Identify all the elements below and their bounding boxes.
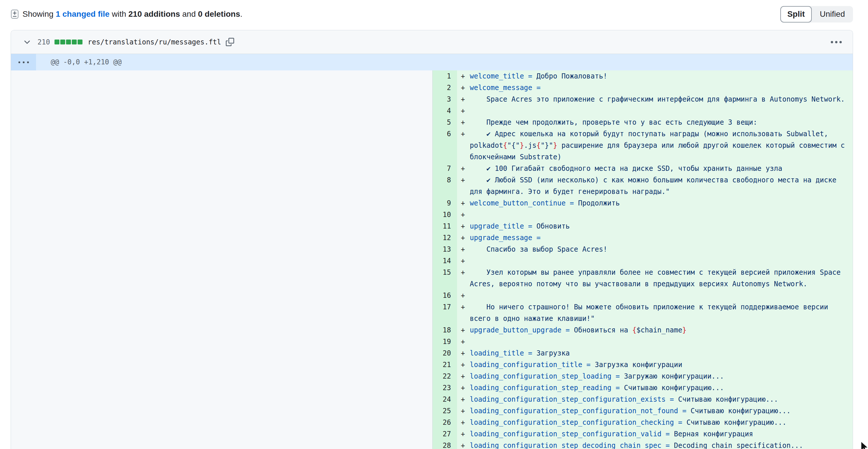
split-view-button[interactable]: Split bbox=[780, 6, 812, 23]
code-segment-str: "}" bbox=[541, 141, 553, 149]
code-segment-brace: } bbox=[682, 326, 686, 334]
code-line: loading_configuration_title = Загрузка к… bbox=[470, 359, 847, 370]
line-number[interactable]: 12 bbox=[433, 232, 457, 243]
copy-icon[interactable] bbox=[226, 38, 234, 46]
addition-marker: + bbox=[457, 359, 470, 370]
diff-line-row: 28+loading_configuration_step_decoding_c… bbox=[11, 440, 853, 449]
line-number[interactable]: 19 bbox=[433, 336, 457, 348]
expand-hunk-button[interactable] bbox=[11, 54, 36, 70]
line-number[interactable]: 11 bbox=[433, 220, 457, 232]
diff-line-row: 17+ Но ничего страшного! Вы можете обнов… bbox=[11, 301, 853, 324]
diff-line-row: 22+loading_configuration_step_loading = … bbox=[11, 370, 853, 382]
deletions-count: 0 deletions bbox=[198, 9, 240, 19]
code-line: Space Acres это приложение с графическим… bbox=[470, 93, 847, 105]
code-line: loading_configuration_step_configuration… bbox=[470, 428, 847, 440]
code-cell bbox=[470, 336, 853, 348]
code-line: welcome_message = bbox=[470, 82, 847, 93]
line-number[interactable]: 15 bbox=[433, 267, 457, 290]
code-segment-str: $chain_name bbox=[637, 326, 682, 334]
diff-left-empty-cell bbox=[11, 117, 433, 128]
diffstat-blocks bbox=[55, 39, 83, 44]
code-segment-str: Считываю конфигурацию... bbox=[624, 384, 724, 392]
file-path[interactable]: res/translations/ru/messages.ftl bbox=[88, 38, 221, 46]
diff-left-empty-cell bbox=[11, 428, 433, 440]
kebab-horizontal-icon[interactable] bbox=[830, 39, 842, 45]
line-number[interactable]: 26 bbox=[433, 417, 457, 428]
diff-line-row: 10+ bbox=[11, 209, 853, 220]
diff-left-empty-cell bbox=[11, 348, 433, 359]
code-line: ✔ Адрес кошелька на который будут поступ… bbox=[470, 128, 847, 163]
addition-marker: + bbox=[457, 117, 470, 128]
hunk-header-row: @@ -0,0 +1,210 @@ bbox=[11, 54, 853, 70]
line-number[interactable]: 8 bbox=[433, 174, 457, 198]
diff-line-row: 9+welcome_button_continue = Продолжить bbox=[11, 198, 853, 209]
code-cell: Space Acres это приложение с графическим… bbox=[470, 93, 853, 105]
line-number[interactable]: 22 bbox=[433, 370, 457, 382]
code-segment-eq: = bbox=[524, 222, 536, 230]
line-number[interactable]: 2 bbox=[433, 82, 457, 93]
addition-marker: + bbox=[457, 243, 470, 255]
line-number[interactable]: 13 bbox=[433, 243, 457, 255]
line-number[interactable]: 20 bbox=[433, 348, 457, 359]
code-line: loading_configuration_step_configuration… bbox=[470, 417, 847, 428]
code-segment-eq: = bbox=[582, 361, 595, 369]
unified-view-button[interactable]: Unified bbox=[812, 6, 853, 23]
diff-line-row: 4+ bbox=[11, 105, 853, 117]
code-cell: upgrade_button_upgrade = Обновиться на {… bbox=[470, 324, 853, 336]
line-number[interactable]: 27 bbox=[433, 428, 457, 440]
line-number[interactable]: 3 bbox=[433, 93, 457, 105]
line-number[interactable]: 4 bbox=[433, 105, 457, 117]
line-number[interactable]: 6 bbox=[433, 128, 457, 163]
code-segment-id: upgrade_message bbox=[470, 234, 532, 242]
line-number[interactable]: 17 bbox=[433, 301, 457, 324]
code-line: upgrade_title = Обновить bbox=[470, 220, 847, 232]
code-segment-id: loading_configuration_title bbox=[470, 361, 582, 369]
chevron-down-icon[interactable] bbox=[23, 38, 31, 46]
code-segment-str: Считываю конфигурацию... bbox=[691, 407, 791, 415]
code-segment-str: Верная конфигурация bbox=[674, 430, 753, 438]
code-cell: loading_configuration_step_loading = Заг… bbox=[470, 370, 853, 382]
diff-left-empty-cell bbox=[11, 105, 433, 117]
line-number[interactable]: 25 bbox=[433, 405, 457, 417]
diff-left-empty-cell bbox=[11, 220, 433, 232]
mouse-cursor bbox=[860, 440, 868, 449]
diffstat-block bbox=[72, 39, 77, 44]
line-number[interactable]: 10 bbox=[433, 209, 457, 220]
line-number[interactable]: 1 bbox=[433, 70, 457, 82]
code-segment-id: loading_configuration_step_reading bbox=[470, 384, 611, 392]
diff-left-empty-cell bbox=[11, 382, 433, 394]
code-segment-eq: = bbox=[661, 442, 674, 449]
line-number[interactable]: 16 bbox=[433, 290, 457, 301]
diffstat-block bbox=[78, 39, 83, 44]
addition-marker: + bbox=[457, 324, 470, 336]
code-line: Но ничего страшного! Вы можете обновить … bbox=[470, 301, 847, 324]
addition-marker: + bbox=[457, 394, 470, 405]
line-number[interactable]: 5 bbox=[433, 117, 457, 128]
diffstat-block bbox=[66, 39, 71, 44]
diff-line-row: 18+upgrade_button_upgrade = Обновиться н… bbox=[11, 324, 853, 336]
addition-marker: + bbox=[457, 301, 470, 324]
addition-marker: + bbox=[457, 70, 470, 82]
diff-left-empty-cell bbox=[11, 324, 433, 336]
diff-left-empty-cell bbox=[11, 209, 433, 220]
line-number[interactable]: 24 bbox=[433, 394, 457, 405]
addition-marker: + bbox=[457, 382, 470, 394]
line-number[interactable]: 28 bbox=[433, 440, 457, 449]
code-cell: loading_configuration_title = Загрузка к… bbox=[470, 359, 853, 370]
summary-prefix: Showing bbox=[23, 9, 56, 19]
code-segment-str: Добро Пожаловать! bbox=[536, 72, 607, 80]
addition-marker: + bbox=[457, 370, 470, 382]
diff-line-row: 23+loading_configuration_step_reading = … bbox=[11, 382, 853, 394]
line-number[interactable]: 9 bbox=[433, 198, 457, 209]
line-number[interactable]: 7 bbox=[433, 163, 457, 174]
line-number[interactable]: 23 bbox=[433, 382, 457, 394]
code-cell bbox=[470, 105, 853, 117]
line-number[interactable]: 21 bbox=[433, 359, 457, 370]
line-number[interactable]: 14 bbox=[433, 255, 457, 267]
addition-marker: + bbox=[457, 128, 470, 163]
code-cell: Но ничего страшного! Вы можете обновить … bbox=[470, 301, 853, 324]
changed-files-link[interactable]: 1 changed file bbox=[56, 9, 110, 19]
addition-marker: + bbox=[457, 417, 470, 428]
code-segment-id: welcome_button_continue bbox=[470, 199, 565, 207]
line-number[interactable]: 18 bbox=[433, 324, 457, 336]
